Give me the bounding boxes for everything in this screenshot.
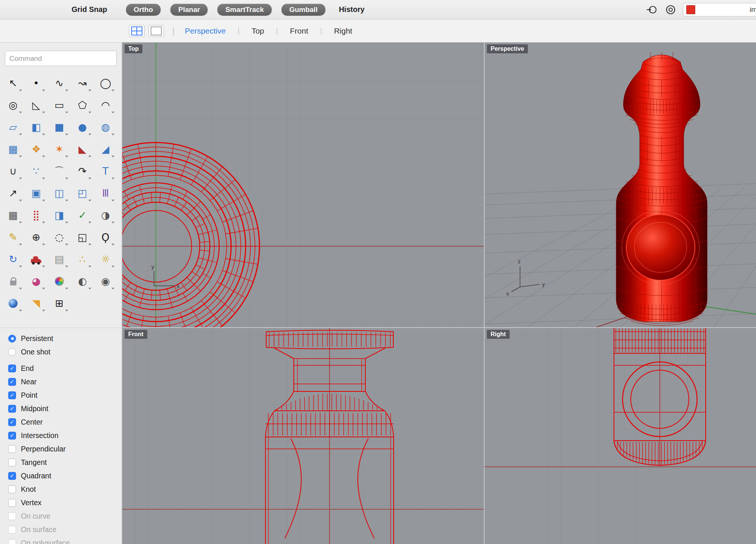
car-icon[interactable]	[25, 248, 48, 270]
layer-color-field[interactable]: im	[683, 3, 756, 16]
radio-button[interactable]	[8, 348, 16, 356]
fillet-edge-icon[interactable]: ◣	[71, 138, 94, 160]
material-ball-icon[interactable]	[1, 292, 25, 314]
shade-sphere-icon[interactable]: ◐	[71, 270, 94, 292]
pill-smarttrack[interactable]: SmartTrack	[217, 4, 272, 16]
named-views-icon[interactable]: ∴	[71, 248, 94, 270]
osnap-tangent[interactable]: Tangent	[8, 456, 122, 469]
checkbox[interactable]	[8, 405, 16, 413]
point-array-icon[interactable]: ⊞	[48, 292, 71, 314]
osnap-vertex[interactable]: Vertex	[8, 496, 122, 509]
viewport-perspective[interactable]: Perspective	[485, 43, 756, 327]
move-icon[interactable]: ↗	[1, 182, 25, 204]
box-icon[interactable]: ■	[48, 116, 71, 138]
viewport-perspective-label[interactable]: Perspective	[487, 44, 528, 53]
osnap-midpoint[interactable]: Midpoint	[8, 402, 122, 415]
analyze-icon[interactable]: ◑	[94, 204, 117, 226]
tab-right[interactable]: Right	[332, 25, 355, 37]
lock-icon[interactable]	[1, 270, 25, 292]
four-viewport-layout-button[interactable]	[129, 25, 145, 37]
osnap-on-polysurface[interactable]: On polysurface	[8, 536, 122, 544]
perspective-viewport-canvas[interactable]: z y x	[485, 43, 756, 327]
viewport-top-label[interactable]: Top	[125, 44, 142, 53]
front-viewport-canvas[interactable]	[122, 328, 484, 544]
copy-icon[interactable]: ▣	[25, 182, 48, 204]
tab-perspective[interactable]: Perspective	[183, 25, 228, 37]
history-toggle[interactable]: History	[339, 5, 365, 14]
single-viewport-layout-button[interactable]	[148, 25, 164, 37]
checkbox[interactable]	[8, 445, 16, 453]
cplane-grid-icon[interactable]: ▤	[48, 248, 71, 270]
osnap-knot[interactable]: Knot	[8, 482, 122, 496]
point-icon[interactable]: •	[25, 72, 48, 94]
offset-surface-icon[interactable]: ◨	[48, 204, 71, 226]
select-arrow-icon[interactable]: ↖	[1, 72, 25, 94]
checkbox[interactable]	[8, 485, 16, 493]
viewport-front-label[interactable]: Front	[125, 330, 147, 339]
zoom-in-icon[interactable]: ⊕	[25, 226, 48, 248]
radio-button[interactable]	[8, 335, 16, 343]
surface-plane-icon[interactable]: ▱	[1, 116, 25, 138]
sphere-icon[interactable]: ●	[71, 116, 94, 138]
viewport-front[interactable]: Front	[122, 328, 484, 544]
lightbulb-icon[interactable]: ☼	[94, 248, 117, 270]
explode-icon[interactable]: ✶	[48, 138, 71, 160]
orient-icon[interactable]: ◰	[71, 182, 94, 204]
pill-planar[interactable]: Planar	[170, 4, 208, 16]
arc-icon[interactable]: ◠	[94, 94, 117, 116]
concentric-circles-icon[interactable]	[664, 3, 677, 16]
pill-gumball[interactable]: Gumball	[281, 4, 325, 16]
mesh-icon[interactable]: ▦	[1, 138, 25, 160]
checkbox[interactable]	[8, 499, 16, 507]
osnap-quadrant[interactable]: Quadrant	[8, 469, 122, 482]
grid-snap-toggle[interactable]: Grid Snap	[72, 5, 107, 14]
viewport-top[interactable]: Top	[122, 43, 484, 327]
osnap-center[interactable]: Center	[8, 415, 122, 429]
command-input[interactable]	[5, 51, 117, 66]
curve-fillet-icon[interactable]: ⌒	[48, 160, 71, 182]
chamfer-edge-icon[interactable]: ◢	[94, 138, 117, 160]
ellipse-icon[interactable]: ◎	[1, 94, 25, 116]
checkbox[interactable]	[8, 418, 16, 426]
layer-cake-icon[interactable]: ◕	[25, 270, 48, 292]
grid-points-icon[interactable]: ▦	[1, 204, 25, 226]
array-icon[interactable]: Ⅲ	[94, 182, 117, 204]
polygon-icon[interactable]: ⬠	[71, 94, 94, 116]
osnap-point[interactable]: Point	[8, 388, 122, 402]
color-wheel-icon[interactable]	[48, 270, 71, 292]
checkbox[interactable]	[8, 459, 16, 466]
checkbox[interactable]	[8, 472, 16, 480]
checkbox[interactable]	[8, 365, 16, 372]
tab-front[interactable]: Front	[288, 25, 311, 37]
surface-corner-icon[interactable]: ◧	[25, 116, 48, 138]
osnap-end[interactable]: End	[8, 362, 122, 375]
osnap-perpendicular[interactable]: Perpendicular	[8, 442, 122, 456]
rotate-view-icon[interactable]: ↻	[1, 248, 25, 270]
pointer-circle-icon[interactable]	[646, 3, 658, 16]
right-viewport-canvas[interactable]	[485, 328, 756, 544]
plugin-puzzle-icon[interactable]: ❖	[25, 138, 48, 160]
cone-icon[interactable]: ◥	[25, 292, 48, 314]
curve-blend-icon[interactable]: ↷	[71, 160, 94, 182]
checkbox[interactable]	[8, 526, 16, 534]
circle-icon[interactable]: ◯	[94, 72, 117, 94]
viewport-right[interactable]: Right	[485, 328, 756, 544]
tube-icon[interactable]: ◍	[94, 116, 117, 138]
dimension-icon[interactable]: ✎	[1, 226, 25, 248]
checkbox[interactable]	[8, 432, 16, 440]
viewport-right-label[interactable]: Right	[487, 330, 510, 339]
freeform-curve-icon[interactable]: ↝	[71, 72, 94, 94]
checkbox[interactable]	[8, 539, 16, 544]
top-viewport-canvas[interactable]: y x	[122, 43, 484, 327]
boolean-union-icon[interactable]: ∪	[1, 160, 25, 182]
check-icon[interactable]: ✓	[71, 204, 94, 226]
grid-sphere-icon[interactable]: ◉	[94, 270, 117, 292]
checkbox[interactable]	[8, 391, 16, 399]
osnap-on-surface[interactable]: On surface	[8, 523, 122, 536]
distribute-icon[interactable]: ⣿	[25, 204, 48, 226]
magnifier-icon[interactable]: Ϙ	[94, 226, 117, 248]
tab-top[interactable]: Top	[249, 25, 267, 37]
control-point-curve-icon[interactable]: ∿	[48, 72, 71, 94]
point-cloud-icon[interactable]: ∵	[25, 160, 48, 182]
checkbox[interactable]	[8, 512, 16, 520]
